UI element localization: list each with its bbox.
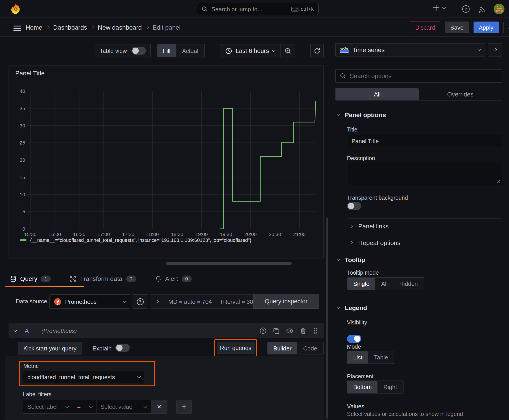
query-row-header[interactable]: A (Prometheus) ?	[8, 323, 324, 338]
vertical-scrollbar[interactable]	[326, 218, 328, 419]
apply-button[interactable]: Apply	[473, 22, 499, 33]
breadcrumb-home[interactable]: Home	[26, 24, 42, 31]
collapse-header-button[interactable]	[508, 27, 509, 30]
tooltip-single-option[interactable]: Single	[347, 278, 375, 290]
panel-title[interactable]: Panel Title	[15, 69, 45, 77]
active-tab-indicator	[5, 286, 84, 287]
breadcrumb-separator-icon	[145, 26, 149, 29]
code-option[interactable]: Code	[297, 342, 323, 354]
discard-button[interactable]: Discard	[410, 22, 440, 33]
time-series-viz-icon	[340, 47, 349, 53]
panel-title-input[interactable]: Panel Title	[347, 135, 502, 147]
global-search-input[interactable]: Search or jump to... ctrl+k	[197, 3, 319, 15]
search-options-input[interactable]: Search options	[335, 69, 502, 82]
select-label-dropdown[interactable]: Select label	[23, 400, 73, 414]
section-divider	[330, 299, 509, 299]
x-tick-label: 17:30	[122, 232, 134, 237]
alert-count-badge: 0	[182, 275, 191, 282]
repeat-options-header[interactable]: Repeat options	[350, 239, 400, 246]
breadcrumb-bar: Home Dashboards New dashboard Edit panel…	[0, 18, 509, 37]
tab-all[interactable]: All	[336, 88, 419, 100]
add-filter-button[interactable]: +	[176, 400, 192, 414]
datasource-help-button[interactable]: ?	[133, 294, 147, 309]
refresh-button[interactable]	[310, 44, 324, 57]
time-range-picker[interactable]: Last 6 hours	[220, 45, 280, 57]
help-button[interactable]: ?	[462, 5, 470, 14]
chevron-down-icon	[89, 404, 93, 408]
legend-placement-right-option[interactable]: Right	[378, 381, 403, 393]
query-ref-id[interactable]: A	[25, 327, 29, 334]
tooltip-all-option[interactable]: All	[375, 278, 393, 290]
prometheus-icon	[54, 298, 61, 305]
divider	[347, 235, 502, 235]
delete-query-trash-icon[interactable]	[300, 327, 307, 334]
operator-dropdown[interactable]: =	[73, 400, 97, 414]
plus-icon	[432, 4, 440, 12]
metric-select[interactable]: cloudflared_tunnel_total_requests	[23, 371, 145, 383]
table-view-toggle[interactable]	[131, 47, 146, 55]
metric-label: Metric	[23, 363, 38, 369]
panel-options-header[interactable]: Panel options	[337, 111, 386, 119]
datasource-picker[interactable]: Prometheus	[49, 294, 130, 309]
series-line[interactable]	[220, 101, 316, 229]
divider	[347, 218, 502, 218]
tab-overrides[interactable]: Overrides	[419, 88, 502, 100]
transparent-background-toggle[interactable]	[347, 202, 361, 210]
tooltip-header[interactable]: Tooltip	[337, 256, 365, 263]
breadcrumb-dashboards[interactable]: Dashboards	[53, 24, 87, 31]
tab-query[interactable]: Query 1	[5, 270, 55, 287]
query-help-icon[interactable]: ?	[259, 327, 267, 334]
chevron-down-icon	[144, 404, 147, 408]
menu-toggle-button[interactable]	[14, 24, 21, 32]
explain-toggle[interactable]	[115, 344, 130, 352]
legend-mode-table-option[interactable]: Table	[368, 351, 394, 363]
svg-text:?: ?	[464, 7, 467, 11]
select-value-dropdown[interactable]: Select value	[97, 400, 151, 414]
kick-start-query-button[interactable]: Kick start your query	[18, 342, 82, 354]
tooltip-hidden-option[interactable]: Hidden	[393, 278, 424, 290]
collapse-query-icon[interactable]	[14, 328, 17, 332]
save-button[interactable]: Save	[445, 22, 469, 33]
new-menu-button[interactable]	[432, 4, 445, 12]
legend-header[interactable]: Legend	[337, 304, 367, 311]
panel-links-header[interactable]: Panel links	[350, 223, 388, 230]
breadcrumb: Home Dashboards New dashboard Edit panel	[26, 18, 181, 37]
collapse-sidebar-button[interactable]	[488, 43, 502, 57]
transform-icon	[70, 275, 76, 282]
tab-alert[interactable]: Alert 0	[150, 270, 196, 287]
hide-response-eye-icon[interactable]	[286, 327, 294, 334]
breadcrumb-new-dashboard[interactable]: New dashboard	[98, 24, 142, 31]
user-avatar[interactable]	[494, 4, 504, 16]
y-tick-label: 40	[20, 88, 25, 94]
refresh-icon	[313, 47, 320, 54]
visualization-picker[interactable]: Time series	[335, 43, 485, 57]
chevron-right-icon	[349, 241, 353, 245]
legend-mode-list-option[interactable]: List	[347, 351, 368, 363]
chevron-down-icon	[337, 112, 341, 116]
tab-transform-data[interactable]: Transform data 0	[65, 270, 140, 287]
x-tick-label: 18:00	[146, 232, 159, 237]
query-inspector-button[interactable]: Query inspector	[253, 294, 319, 309]
fill-option[interactable]: Fill	[157, 45, 176, 57]
datasource-label: Data source	[16, 298, 47, 305]
run-queries-button[interactable]: Run queries	[217, 342, 255, 354]
grafana-logo-icon[interactable]	[10, 3, 22, 16]
legend-swatch[interactable]	[20, 239, 26, 241]
zoom-out-time-button[interactable]	[280, 45, 295, 57]
legend-placement-switch: Bottom Right	[347, 381, 403, 394]
legend-placement-bottom-option[interactable]: Bottom	[347, 381, 378, 393]
horizontal-scrollbar[interactable]	[166, 262, 292, 265]
builder-option[interactable]: Builder	[267, 342, 297, 354]
remove-filter-button[interactable]: ✕	[151, 400, 167, 414]
sidebar-divider	[330, 63, 509, 63]
help-circle-icon: ?	[136, 298, 144, 305]
legend-visibility-toggle[interactable]	[347, 335, 361, 343]
actual-option[interactable]: Actual	[176, 45, 204, 57]
resize-handle-icon[interactable]	[496, 180, 501, 184]
drag-handle-icon[interactable]	[313, 327, 318, 334]
duplicate-query-icon[interactable]	[273, 327, 280, 334]
time-series-chart[interactable]: 051015202530354015:3016:0016:3017:0017:3…	[15, 86, 320, 241]
legend-series-label[interactable]: {__name__="cloudflared_tunnel_total_requ…	[30, 237, 251, 243]
description-textarea[interactable]	[347, 163, 502, 185]
news-rss-button[interactable]	[479, 5, 486, 14]
